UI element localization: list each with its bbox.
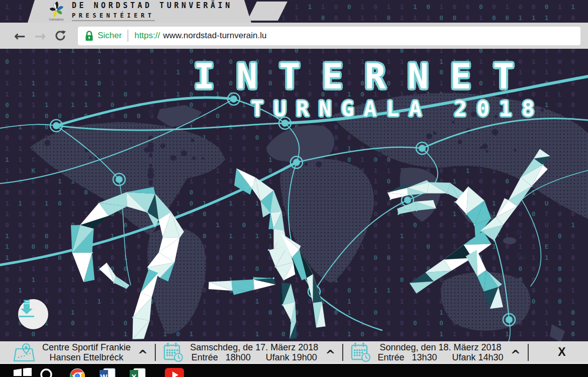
saturday-date: Samschdeg, de 17. Mäerz 2018 (190, 342, 318, 352)
venue-text: Centre Sportif Frankie Hansen Ettelbréck (42, 342, 131, 362)
svg-text:W: W (100, 372, 108, 377)
calendar-icon-saturday (163, 342, 184, 362)
divider (342, 344, 343, 361)
divider (528, 344, 529, 361)
download-icon (18, 299, 35, 317)
divider (155, 344, 156, 361)
tab-subtitle: PRESENTÉIERT (72, 12, 155, 21)
windows-start-icon[interactable] (14, 368, 32, 377)
venue-line2: Hansen Ettelbréck (42, 352, 131, 362)
collapse-caret-saturday[interactable]: ^ (325, 352, 335, 357)
poster-subtitle: TURNGALA 2018 (251, 96, 544, 121)
event-info-bar: Centre Sportif Frankie Hansen Ettelbréck… (0, 341, 588, 364)
saturday-event-text: Samschdeg, de 17. Mäerz 2018 Entrée 18h0… (190, 342, 318, 362)
youtube-icon[interactable] (165, 368, 184, 377)
excel-icon[interactable]: X (130, 368, 146, 377)
calendar-icon-sunday (350, 342, 371, 362)
new-tab-button[interactable] (247, 2, 287, 21)
back-button[interactable]: ← (14, 29, 26, 43)
security-label: Sicher (97, 31, 122, 41)
sunday-date: Sonndeg, den 18. Mäerz 2018 (377, 342, 503, 352)
sunday-times: Entrée 13h30 Ufank 14h30 (377, 352, 503, 362)
lock-icon (85, 31, 93, 41)
turnverain-logo: TURNVERAIN (46, 1, 67, 22)
browser-tab[interactable]: TURNVERAIN DE NORDSTAD TURNVERÄIN PRESEN… (28, 0, 251, 23)
reload-button[interactable] (54, 29, 67, 42)
url-scheme: https:// (134, 31, 160, 41)
collapse-caret-sunday[interactable]: ^ (511, 352, 521, 357)
tab-title: DE NORDSTAD TURNVERÄIN (72, 2, 233, 10)
url-divider (128, 30, 128, 42)
word-icon[interactable]: W (100, 368, 116, 377)
collapse-caret-location[interactable]: ^ (138, 352, 148, 357)
url-bar[interactable]: Sicher https:// www.nordstad-turnverain.… (78, 27, 580, 45)
browser-tab-strip: TURNVERAIN DE NORDSTAD TURNVERÄIN PRESEN… (0, 0, 588, 23)
poster-artwork: INTERNET TURNGALA 2018 (0, 49, 588, 341)
close-button[interactable]: X (558, 345, 565, 359)
windows-taskbar: W X (0, 364, 588, 377)
tab-texts: DE NORDSTAD TURNVERÄIN PRESENTÉIERT (72, 2, 233, 21)
svg-text:X: X (131, 372, 136, 377)
search-icon[interactable] (40, 368, 54, 377)
url-host: www.nordstad-turnverain.lu (163, 31, 266, 41)
saturday-times: Entrée 18h00 Ufank 19h00 (190, 352, 318, 362)
sunday-event-text: Sonndeg, den 18. Mäerz 2018 Entrée 13h30… (377, 342, 503, 362)
browser-toolbar: ← → Sicher https:// www.nordstad-turnver… (0, 23, 588, 49)
location-map-icon (13, 343, 35, 362)
close-section: X (536, 345, 588, 359)
venue-line1: Centre Sportif Frankie (42, 342, 131, 352)
forward-button[interactable]: → (35, 29, 46, 43)
chrome-icon[interactable] (69, 368, 85, 377)
screen: 1111001001011100100111111001011101000010… (0, 0, 588, 377)
reload-icon (54, 29, 67, 42)
logo-caption: TURNVERAIN (49, 19, 63, 21)
poster-title: INTERNET (193, 56, 536, 97)
download-button[interactable] (18, 299, 48, 329)
